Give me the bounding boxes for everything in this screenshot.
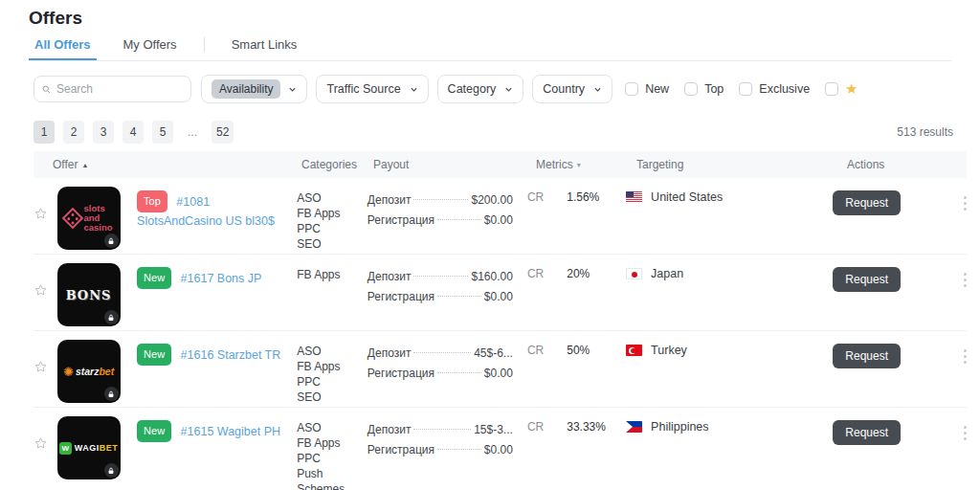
- chevron-down-icon: [504, 85, 513, 94]
- offer-link[interactable]: #1615 Wagibet PH: [181, 425, 280, 438]
- w-logo-icon: W: [59, 442, 72, 455]
- philippines-flag-icon: [626, 421, 642, 433]
- star-icon: ★: [845, 80, 858, 98]
- offer-logo[interactable]: slots and casino: [57, 178, 138, 254]
- categories-cell: FB Apps: [297, 255, 368, 330]
- offer-logo[interactable]: W WAGIBET: [57, 408, 138, 490]
- lock-icon: [104, 310, 119, 324]
- request-button[interactable]: Request: [833, 420, 901, 445]
- offer-link[interactable]: #1617 Bons JP: [181, 272, 262, 285]
- new-badge: New: [137, 344, 171, 366]
- categories-cell: ASO FB Apps PPC SEO: [297, 178, 368, 254]
- column-offer[interactable]: Offer▲: [33, 158, 301, 171]
- tab-my-offers[interactable]: My Offers: [118, 37, 183, 59]
- top-checkbox[interactable]: [684, 82, 698, 96]
- tab-all-offers[interactable]: All Offers: [29, 37, 97, 59]
- chevron-down-icon: [593, 85, 602, 94]
- availability-dropdown[interactable]: Availability: [201, 75, 307, 103]
- payout-cell: Депозит$200.00 Регистрация$0.00: [368, 178, 527, 254]
- availability-chip: Availability: [212, 79, 280, 99]
- exclusive-checkbox[interactable]: [739, 82, 752, 96]
- categories-cell: ASO FB Apps PPC SEO: [297, 331, 368, 407]
- targeting-cell: Turkey: [626, 331, 833, 407]
- offer-title-cell: Top #1081 SlotsAndCasino US bl30$: [137, 178, 297, 254]
- new-badge: New: [137, 267, 171, 289]
- payout-cell: Депозит45$-6... Регистрация$0.00: [368, 331, 527, 407]
- targeting-cell: Philippines: [626, 408, 833, 490]
- search-input[interactable]: [56, 82, 171, 96]
- top-badge: Top: [137, 190, 167, 212]
- table-row: ✺ starzbet New #1616 Starzbet TR ASO FB …: [33, 331, 967, 408]
- page-button-4[interactable]: 4: [122, 121, 144, 144]
- page-button-5[interactable]: 5: [152, 121, 173, 144]
- actions-cell: Request: [833, 255, 967, 330]
- results-count: 513 results: [897, 125, 953, 139]
- chevron-down-icon: [410, 85, 418, 94]
- japan-flag-icon: [626, 268, 642, 279]
- kebab-menu-icon[interactable]: [964, 194, 967, 212]
- column-metrics[interactable]: Metrics▾: [536, 158, 636, 171]
- offer-link[interactable]: #1616 Starzbet TR: [181, 348, 281, 362]
- request-button[interactable]: Request: [833, 267, 901, 292]
- categories-cell: ASO FB Apps PPC Push Schemes: [297, 408, 368, 490]
- category-dropdown[interactable]: Category: [437, 75, 524, 103]
- metrics-cell: CR 33.33%: [527, 408, 626, 490]
- offers-table: Offer▲ Categories Payout Metrics▾ Target…: [33, 151, 967, 490]
- filter-bar: Availability Traffic Source Category Cou…: [33, 75, 858, 103]
- offer-title-cell: New #1616 Starzbet TR: [137, 331, 297, 407]
- table-row: W WAGIBET New #1615 Wagibet PH ASO FB Ap…: [33, 408, 967, 490]
- metrics-cell: CR 1.56%: [527, 178, 626, 254]
- page-ellipsis: ...: [182, 121, 203, 144]
- targeting-cell: Japan: [626, 255, 833, 330]
- actions-cell: Request: [833, 408, 967, 490]
- offer-logo[interactable]: ✺ starzbet: [57, 331, 138, 407]
- payout-cell: Депозит$160.00 Регистрация$0.00: [368, 255, 527, 330]
- page-button-2[interactable]: 2: [63, 121, 84, 144]
- page-button-3[interactable]: 3: [93, 121, 114, 144]
- page-button-1[interactable]: 1: [33, 121, 55, 144]
- kebab-menu-icon[interactable]: [964, 424, 967, 441]
- lock-icon: [104, 387, 119, 401]
- tab-smart-links[interactable]: Smart Links: [226, 37, 303, 59]
- favorites-checkbox[interactable]: [825, 82, 838, 96]
- new-checkbox[interactable]: [625, 82, 638, 96]
- tab-bar: All Offers My Offers Smart Links: [29, 36, 951, 61]
- lock-icon: [104, 234, 119, 248]
- offers-page: Offers All Offers My Offers Smart Links …: [0, 0, 980, 490]
- favorite-star-icon[interactable]: [33, 178, 57, 254]
- column-actions: Actions: [847, 158, 967, 171]
- chevron-down-icon: [288, 85, 297, 94]
- favorite-star-icon[interactable]: [33, 408, 57, 490]
- us-flag-icon: [626, 191, 642, 203]
- targeting-cell: United States: [626, 178, 833, 254]
- sun-icon: ✺: [63, 365, 74, 379]
- offer-logo[interactable]: BONS: [57, 255, 138, 330]
- request-button[interactable]: Request: [833, 344, 901, 368]
- favorite-star-icon[interactable]: [33, 255, 57, 330]
- pagination: 1 2 3 4 5 ... 52: [33, 121, 242, 144]
- request-button[interactable]: Request: [833, 190, 901, 215]
- offer-title-cell: New #1615 Wagibet PH: [137, 408, 297, 490]
- table-row: BONS New #1617 Bons JP FB Apps Депозит$1…: [33, 255, 967, 331]
- search-box[interactable]: [33, 76, 191, 102]
- page-button-52[interactable]: 52: [212, 121, 234, 144]
- actions-cell: Request: [833, 178, 967, 254]
- country-dropdown[interactable]: Country: [532, 75, 612, 103]
- kebab-menu-icon[interactable]: [964, 271, 967, 288]
- payout-cell: Депозит15$-3... Регистрация$0.00: [368, 408, 527, 490]
- table-header: Offer▲ Categories Payout Metrics▾ Target…: [33, 151, 967, 178]
- checkbox-filters: New Top Exclusive ★: [625, 80, 858, 98]
- metrics-cell: CR 20%: [527, 255, 626, 330]
- lock-icon: [104, 463, 119, 478]
- traffic-source-dropdown[interactable]: Traffic Source: [316, 75, 428, 103]
- column-payout: Payout: [373, 158, 536, 171]
- tab-divider: [204, 37, 205, 53]
- turkey-flag-icon: [626, 345, 642, 356]
- column-categories: Categories: [301, 158, 373, 171]
- offer-title-cell: New #1617 Bons JP: [137, 255, 297, 330]
- actions-cell: Request: [833, 331, 967, 407]
- favorite-star-icon[interactable]: [33, 331, 57, 407]
- kebab-menu-icon[interactable]: [964, 347, 967, 365]
- sort-asc-icon: ▲: [81, 162, 88, 168]
- column-targeting: Targeting: [636, 158, 847, 171]
